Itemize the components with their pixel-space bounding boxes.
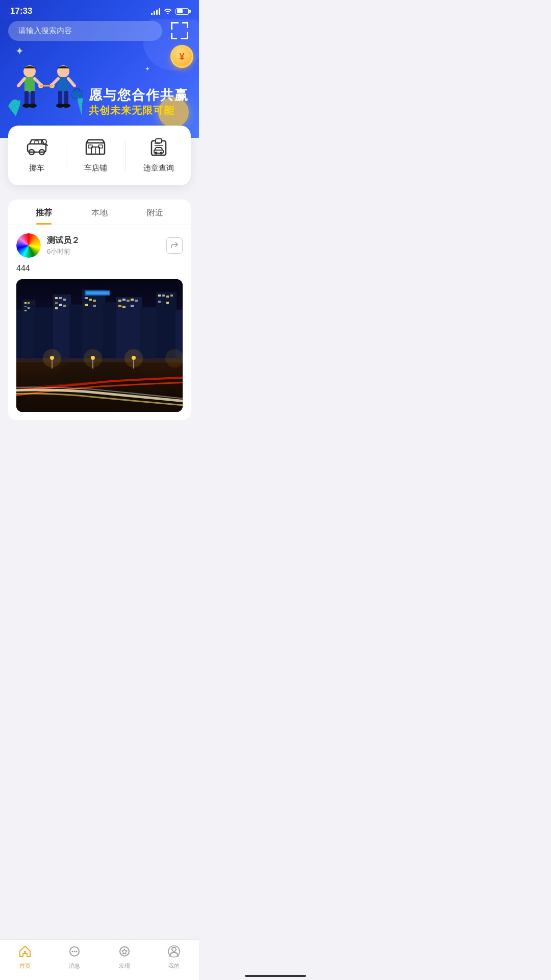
violation-icon — [147, 138, 170, 158]
svg-point-14 — [62, 104, 70, 108]
svg-rect-74 — [122, 306, 126, 308]
tab-recommended[interactable]: 推荐 — [16, 200, 72, 225]
svg-rect-73 — [118, 305, 121, 307]
avatar-image — [16, 233, 41, 258]
svg-rect-77 — [162, 295, 165, 297]
svg-rect-3 — [24, 91, 29, 105]
feed-tabs: 推荐 本地 附近 — [8, 200, 191, 225]
svg-rect-27 — [156, 139, 162, 143]
svg-rect-48 — [28, 307, 30, 309]
svg-rect-45 — [24, 302, 27, 304]
banner-content: ✦ ✦ — [8, 50, 191, 121]
share-button[interactable] — [166, 237, 183, 254]
svg-rect-50 — [55, 297, 58, 299]
svg-rect-51 — [59, 297, 62, 299]
wifi-icon — [163, 7, 172, 16]
star-deco: ✦ — [15, 45, 24, 57]
find-car-icon — [26, 138, 48, 158]
svg-rect-71 — [131, 299, 134, 301]
divider — [66, 140, 66, 171]
hero-banner: 请输入搜索内容 ✦ ✦ — [0, 19, 199, 138]
svg-rect-4 — [31, 91, 35, 105]
svg-rect-12 — [64, 91, 68, 105]
signal-icon — [151, 8, 160, 15]
svg-rect-61 — [85, 297, 88, 299]
tab-local[interactable]: 本地 — [72, 200, 128, 225]
bottom-padding — [0, 428, 199, 474]
svg-rect-54 — [59, 304, 62, 306]
scan-icon — [171, 22, 188, 39]
svg-rect-70 — [127, 300, 130, 302]
svg-rect-1 — [24, 77, 35, 92]
scan-button[interactable] — [168, 19, 191, 42]
svg-rect-65 — [93, 305, 96, 307]
banner-subtitle: 共创未来无限可能 — [89, 103, 191, 117]
post-time: 6小时前 — [47, 247, 80, 256]
svg-rect-15 — [28, 144, 46, 152]
author-name: 测试员２ — [47, 235, 80, 246]
svg-rect-79 — [170, 295, 173, 297]
banner-text-area: 愿与您合作共赢 共创未来无限可能 — [85, 87, 191, 121]
quick-actions-card: 挪车 车店铺 — [8, 126, 191, 185]
svg-rect-52 — [63, 299, 66, 301]
svg-rect-80 — [158, 301, 161, 303]
svg-rect-11 — [58, 91, 62, 105]
svg-point-6 — [29, 104, 37, 108]
action-find-car[interactable]: 挪车 — [17, 138, 56, 173]
svg-rect-76 — [158, 295, 161, 297]
gold-coin-deco: ¥ — [170, 45, 193, 68]
violation-label: 违章查询 — [143, 163, 174, 173]
svg-rect-49 — [24, 310, 27, 311]
car-shop-icon — [84, 138, 107, 158]
feed-section: 推荐 本地 附近 测试员２ 6小时前 444 — [8, 200, 191, 420]
svg-rect-69 — [122, 299, 126, 301]
post-image[interactable] — [16, 279, 183, 412]
car-shop-label: 车店铺 — [84, 163, 107, 173]
svg-point-96 — [91, 356, 95, 360]
svg-rect-8 — [58, 77, 68, 92]
status-time: 17:33 — [10, 6, 32, 16]
svg-rect-53 — [55, 302, 58, 304]
svg-rect-68 — [118, 300, 121, 302]
spacer — [0, 193, 199, 200]
star-deco2: ✦ — [145, 65, 150, 72]
svg-rect-62 — [89, 299, 92, 301]
svg-rect-46 — [28, 302, 30, 304]
svg-rect-67 — [86, 291, 109, 295]
find-car-label: 挪车 — [29, 163, 44, 173]
post-text: 444 — [16, 264, 183, 273]
svg-rect-55 — [55, 307, 58, 309]
svg-point-98 — [132, 356, 136, 360]
banner-illustration — [8, 60, 85, 121]
post-header: 测试员２ 6小时前 — [16, 233, 183, 258]
svg-rect-10 — [72, 91, 82, 99]
svg-rect-72 — [135, 300, 138, 302]
search-bar[interactable]: 请输入搜索内容 — [8, 21, 162, 41]
banner-title: 愿与您合作共赢 — [89, 87, 191, 103]
battery-icon — [176, 8, 189, 15]
svg-rect-63 — [93, 300, 96, 302]
author-avatar[interactable] — [16, 233, 41, 258]
tab-nearby[interactable]: 附近 — [127, 200, 183, 225]
action-violation[interactable]: 违章查询 — [135, 138, 182, 173]
svg-rect-56 — [63, 305, 66, 307]
search-row: 请输入搜索内容 — [8, 19, 191, 42]
post-author: 测试员２ 6小时前 — [16, 233, 80, 258]
svg-rect-75 — [131, 305, 134, 307]
status-bar: 17:33 — [0, 0, 199, 19]
svg-rect-64 — [85, 304, 88, 306]
action-car-shop[interactable]: 车店铺 — [76, 138, 115, 173]
post-card: 测试员２ 6小时前 444 — [8, 225, 191, 420]
svg-rect-47 — [24, 306, 27, 307]
svg-rect-81 — [166, 302, 169, 304]
divider2 — [125, 140, 126, 171]
status-icons — [151, 7, 189, 16]
author-info: 测试员２ 6小时前 — [47, 235, 80, 256]
svg-point-94 — [50, 356, 54, 360]
svg-rect-78 — [166, 296, 169, 298]
search-placeholder: 请输入搜索内容 — [18, 26, 72, 36]
